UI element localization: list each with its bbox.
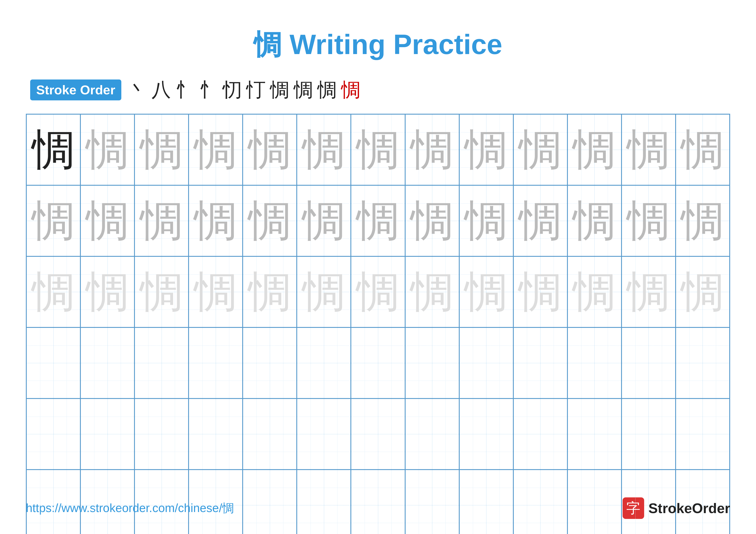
grid-cell[interactable] [622,398,676,470]
grid-cell[interactable] [513,327,567,398]
grid-cell[interactable]: 惆 [80,114,134,185]
grid-cell[interactable]: 惆 [189,256,243,327]
grid-cell[interactable]: 惆 [297,256,351,327]
grid-cell[interactable]: 惆 [567,114,622,185]
grid-cell[interactable]: 惆 [297,114,351,185]
grid-cell[interactable]: 惆 [459,114,513,185]
grid-cell[interactable]: 惆 [134,114,189,185]
grid-cell[interactable]: 惆 [80,256,134,327]
practice-char: 惆 [302,192,345,250]
practice-char: 惆 [411,121,454,179]
stroke-2: 八 [151,77,171,103]
grid-cell[interactable] [26,327,80,398]
stroke-4: 忄 [199,77,218,103]
practice-char: 惆 [573,121,616,179]
grid-cell[interactable] [676,398,730,470]
grid-cell[interactable] [134,398,189,470]
grid-cell[interactable] [189,398,243,470]
practice-char: 惆 [573,192,616,250]
stroke-order-badge: Stroke Order [30,80,121,100]
grid-cell[interactable]: 惆 [567,185,622,256]
grid-cell[interactable]: 惆 [189,114,243,185]
grid-cell[interactable]: 惆 [676,185,730,256]
practice-grid: 惆 惆 惆 惆 惆 惆 惆 惆 惆 惆 惆 惆 惆 惆 惆 惆 惆 惆 惆 惆 … [26,114,730,534]
grid-cell[interactable] [297,327,351,398]
practice-char: 惆 [357,121,399,179]
practice-char: 惆 [32,121,75,179]
grid-cell[interactable] [243,327,297,398]
grid-cell[interactable] [243,398,297,470]
grid-cell[interactable] [297,398,351,470]
grid-cell[interactable]: 惆 [351,185,405,256]
grid-cell[interactable] [80,398,134,470]
grid-cell[interactable] [567,398,622,470]
grid-cell[interactable] [567,327,622,398]
grid-cell[interactable]: 惆 [676,114,730,185]
grid-cell[interactable] [189,327,243,398]
stroke-sequence: 丶 八 忄 忄 忉 忊 惆 惆 惆 惆 [128,77,361,103]
practice-char: 惆 [519,192,562,250]
grid-cell[interactable]: 惆 [513,185,567,256]
practice-char: 惆 [465,192,508,250]
grid-row-5 [26,398,730,470]
practice-char: 惆 [357,192,399,250]
grid-cell[interactable] [134,327,189,398]
grid-cell[interactable]: 惆 [26,185,80,256]
grid-cell[interactable]: 惆 [459,256,513,327]
grid-cell[interactable]: 惆 [459,185,513,256]
grid-row-4 [26,327,730,398]
grid-cell[interactable]: 惆 [351,256,405,327]
grid-cell[interactable]: 惆 [80,185,134,256]
grid-cell[interactable] [26,398,80,470]
practice-char: 惆 [140,263,183,321]
grid-cell[interactable] [351,398,405,470]
grid-cell[interactable]: 惆 [622,114,676,185]
grid-cell[interactable]: 惆 [513,256,567,327]
grid-cell[interactable]: 惆 [513,114,567,185]
footer: https://www.strokeorder.com/chinese/惆 字 … [26,497,730,519]
grid-cell[interactable]: 惆 [405,256,459,327]
grid-cell[interactable] [80,327,134,398]
grid-cell[interactable] [676,327,730,398]
grid-cell[interactable]: 惆 [243,256,297,327]
footer-url[interactable]: https://www.strokeorder.com/chinese/惆 [26,500,234,516]
grid-cell[interactable]: 惆 [351,114,405,185]
practice-char: 惆 [86,121,129,179]
practice-char: 惆 [465,121,508,179]
grid-cell[interactable]: 惆 [297,185,351,256]
grid-cell[interactable]: 惆 [405,114,459,185]
grid-cell[interactable]: 惆 [243,114,297,185]
grid-cell[interactable]: 惆 [134,256,189,327]
grid-cell[interactable] [459,398,513,470]
grid-cell[interactable]: 惆 [26,256,80,327]
page-title: 惆 Writing Practice [254,29,502,60]
practice-char: 惆 [248,192,291,250]
grid-cell[interactable] [622,327,676,398]
grid-cell[interactable] [405,398,459,470]
practice-char: 惆 [627,121,670,179]
grid-cell[interactable]: 惆 [134,185,189,256]
title-area: 惆 Writing Practice [26,26,730,64]
stroke-6: 忊 [246,77,266,103]
grid-cell[interactable]: 惆 [189,185,243,256]
grid-cell[interactable]: 惆 [26,114,80,185]
grid-cell[interactable] [459,327,513,398]
practice-char: 惆 [681,192,724,250]
practice-char: 惆 [86,192,129,250]
grid-cell[interactable] [405,327,459,398]
grid-cell[interactable]: 惆 [622,256,676,327]
grid-cell[interactable] [513,398,567,470]
practice-char: 惆 [627,192,670,250]
grid-cell[interactable]: 惆 [622,185,676,256]
grid-cell[interactable]: 惆 [567,256,622,327]
practice-char: 惆 [627,263,670,321]
grid-cell[interactable] [351,327,405,398]
practice-char: 惆 [32,192,75,250]
grid-row-2: 惆 惆 惆 惆 惆 惆 惆 惆 惆 惆 惆 惆 惆 [26,185,730,256]
grid-cell[interactable]: 惆 [243,185,297,256]
practice-char: 惆 [681,263,724,321]
grid-row-3: 惆 惆 惆 惆 惆 惆 惆 惆 惆 惆 惆 惆 惆 [26,256,730,327]
grid-cell[interactable]: 惆 [676,256,730,327]
grid-cell[interactable]: 惆 [405,185,459,256]
practice-char: 惆 [32,263,75,321]
